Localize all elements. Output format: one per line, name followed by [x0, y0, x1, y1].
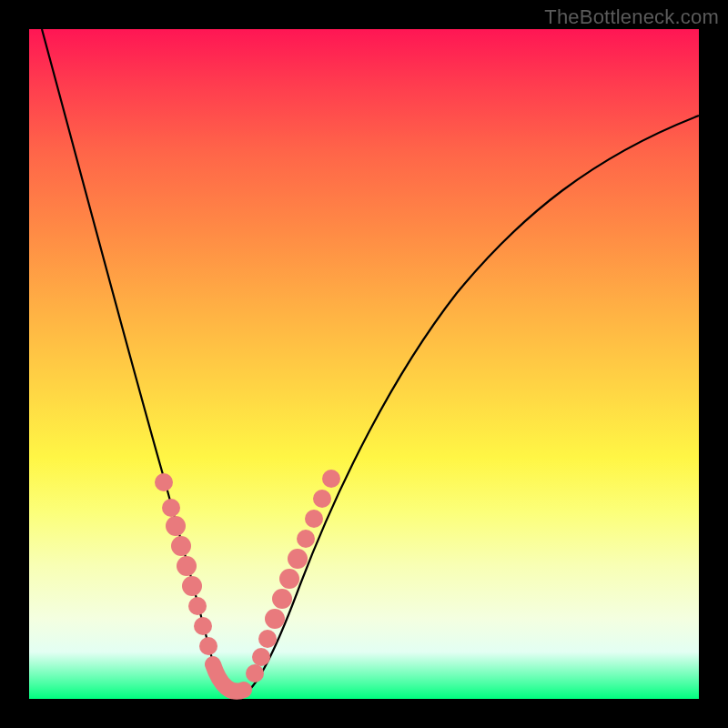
- marker-dot: [162, 499, 180, 517]
- marker-dot: [188, 597, 207, 615]
- marker-dot: [155, 473, 173, 491]
- marker-dot: [265, 609, 285, 629]
- marker-dot: [177, 556, 197, 576]
- marker-dot: [288, 549, 308, 569]
- marker-dot: [166, 516, 186, 536]
- figure-canvas: TheBottleneck.com: [0, 0, 728, 728]
- bottleneck-curve: [42, 29, 699, 696]
- marker-dot: [171, 536, 191, 556]
- marker-dot: [194, 617, 212, 635]
- marker-dot: [313, 490, 331, 508]
- chart-svg: [29, 29, 699, 699]
- marker-dot: [258, 630, 277, 648]
- marker-dot: [279, 569, 299, 589]
- marker-dot: [246, 664, 264, 682]
- marker-dot: [199, 637, 217, 655]
- plot-area: [29, 29, 699, 699]
- valley-highlight: [213, 664, 244, 692]
- watermark-text: TheBottleneck.com: [544, 5, 719, 29]
- marker-dot: [252, 648, 270, 666]
- marker-dot: [297, 530, 315, 548]
- marker-dot: [322, 470, 340, 488]
- marker-dot: [272, 589, 292, 609]
- marker-dot: [305, 510, 323, 528]
- marker-dot: [182, 576, 202, 596]
